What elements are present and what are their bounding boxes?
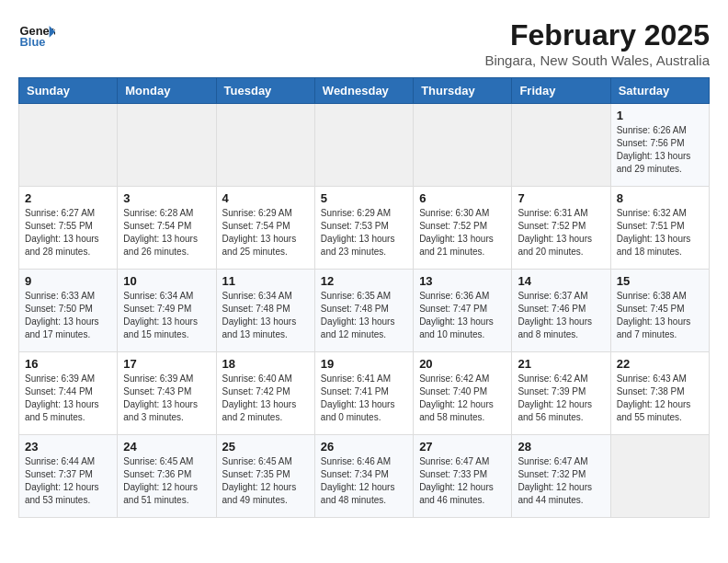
calendar-cell: 15Sunrise: 6:38 AM Sunset: 7:45 PM Dayli… xyxy=(610,270,709,352)
logo: General Blue xyxy=(18,18,55,55)
day-number: 16 xyxy=(25,357,111,371)
day-number: 13 xyxy=(419,274,506,288)
day-number: 12 xyxy=(321,274,407,288)
day-number: 10 xyxy=(123,274,210,288)
day-number: 7 xyxy=(518,191,604,205)
calendar-cell: 9Sunrise: 6:33 AM Sunset: 7:50 PM Daylig… xyxy=(19,270,118,352)
location-subtitle: Bingara, New South Wales, Australia xyxy=(484,52,710,68)
day-number: 15 xyxy=(617,274,703,288)
calendar-week-row: 9Sunrise: 6:33 AM Sunset: 7:50 PM Daylig… xyxy=(19,270,710,352)
day-info: Sunrise: 6:42 AM Sunset: 7:40 PM Dayligh… xyxy=(419,373,506,424)
svg-text:Blue: Blue xyxy=(20,35,46,49)
calendar-cell: 28Sunrise: 6:47 AM Sunset: 7:32 PM Dayli… xyxy=(512,435,610,518)
day-info: Sunrise: 6:42 AM Sunset: 7:39 PM Dayligh… xyxy=(518,373,604,424)
day-info: Sunrise: 6:35 AM Sunset: 7:48 PM Dayligh… xyxy=(321,290,407,341)
day-info: Sunrise: 6:27 AM Sunset: 7:55 PM Dayligh… xyxy=(25,207,111,259)
day-info: Sunrise: 6:37 AM Sunset: 7:46 PM Dayligh… xyxy=(518,290,604,341)
calendar-table: SundayMondayTuesdayWednesdayThursdayFrid… xyxy=(18,77,710,518)
day-number: 20 xyxy=(419,357,506,371)
calendar-cell: 5Sunrise: 6:29 AM Sunset: 7:53 PM Daylig… xyxy=(314,187,413,270)
weekday-header-saturday: Saturday xyxy=(610,78,709,104)
day-info: Sunrise: 6:34 AM Sunset: 7:48 PM Dayligh… xyxy=(222,290,309,341)
day-number: 8 xyxy=(617,191,703,205)
day-number: 22 xyxy=(617,357,703,371)
day-number: 18 xyxy=(222,357,309,371)
calendar-cell xyxy=(216,104,314,187)
day-number: 4 xyxy=(222,191,309,205)
day-number: 6 xyxy=(419,191,506,205)
day-info: Sunrise: 6:43 AM Sunset: 7:38 PM Dayligh… xyxy=(617,373,703,424)
calendar-cell: 11Sunrise: 6:34 AM Sunset: 7:48 PM Dayli… xyxy=(216,270,314,352)
day-number: 26 xyxy=(321,440,407,454)
calendar-cell: 12Sunrise: 6:35 AM Sunset: 7:48 PM Dayli… xyxy=(314,270,413,352)
calendar-cell: 23Sunrise: 6:44 AM Sunset: 7:37 PM Dayli… xyxy=(19,435,118,518)
calendar-cell xyxy=(610,435,709,518)
day-info: Sunrise: 6:41 AM Sunset: 7:41 PM Dayligh… xyxy=(321,373,407,424)
day-number: 2 xyxy=(25,191,111,205)
calendar-cell: 27Sunrise: 6:47 AM Sunset: 7:33 PM Dayli… xyxy=(414,435,512,518)
logo-icon: General Blue xyxy=(18,18,55,55)
day-number: 17 xyxy=(123,357,210,371)
calendar-cell xyxy=(512,104,610,187)
calendar-cell: 22Sunrise: 6:43 AM Sunset: 7:38 PM Dayli… xyxy=(610,352,709,435)
calendar-cell: 8Sunrise: 6:32 AM Sunset: 7:51 PM Daylig… xyxy=(610,187,709,270)
weekday-header-monday: Monday xyxy=(118,78,216,104)
day-info: Sunrise: 6:28 AM Sunset: 7:54 PM Dayligh… xyxy=(123,207,210,259)
calendar-cell: 24Sunrise: 6:45 AM Sunset: 7:36 PM Dayli… xyxy=(118,435,216,518)
day-info: Sunrise: 6:47 AM Sunset: 7:32 PM Dayligh… xyxy=(518,455,604,507)
calendar-week-row: 23Sunrise: 6:44 AM Sunset: 7:37 PM Dayli… xyxy=(19,435,710,518)
weekday-header-friday: Friday xyxy=(512,78,610,104)
day-number: 9 xyxy=(25,274,111,288)
day-info: Sunrise: 6:26 AM Sunset: 7:56 PM Dayligh… xyxy=(617,124,703,176)
day-number: 23 xyxy=(25,440,111,454)
calendar-cell: 16Sunrise: 6:39 AM Sunset: 7:44 PM Dayli… xyxy=(19,352,118,435)
page-header: General Blue February 2025 Bingara, New … xyxy=(18,18,710,68)
day-number: 27 xyxy=(419,440,506,454)
calendar-cell: 14Sunrise: 6:37 AM Sunset: 7:46 PM Dayli… xyxy=(512,270,610,352)
calendar-week-row: 1Sunrise: 6:26 AM Sunset: 7:56 PM Daylig… xyxy=(19,104,710,187)
calendar-cell: 4Sunrise: 6:29 AM Sunset: 7:54 PM Daylig… xyxy=(216,187,314,270)
weekday-header-sunday: Sunday xyxy=(19,78,118,104)
day-number: 21 xyxy=(518,357,604,371)
calendar-week-row: 16Sunrise: 6:39 AM Sunset: 7:44 PM Dayli… xyxy=(19,352,710,435)
day-number: 5 xyxy=(321,191,407,205)
day-number: 28 xyxy=(518,440,604,454)
calendar-week-row: 2Sunrise: 6:27 AM Sunset: 7:55 PM Daylig… xyxy=(19,187,710,270)
day-info: Sunrise: 6:31 AM Sunset: 7:52 PM Dayligh… xyxy=(518,207,604,259)
calendar-cell: 13Sunrise: 6:36 AM Sunset: 7:47 PM Dayli… xyxy=(414,270,512,352)
calendar-cell xyxy=(118,104,216,187)
day-number: 1 xyxy=(617,109,703,122)
calendar-cell: 1Sunrise: 6:26 AM Sunset: 7:56 PM Daylig… xyxy=(610,104,709,187)
calendar-cell: 19Sunrise: 6:41 AM Sunset: 7:41 PM Dayli… xyxy=(314,352,413,435)
calendar-cell: 20Sunrise: 6:42 AM Sunset: 7:40 PM Dayli… xyxy=(414,352,512,435)
calendar-cell: 6Sunrise: 6:30 AM Sunset: 7:52 PM Daylig… xyxy=(414,187,512,270)
calendar-cell: 21Sunrise: 6:42 AM Sunset: 7:39 PM Dayli… xyxy=(512,352,610,435)
calendar-cell: 7Sunrise: 6:31 AM Sunset: 7:52 PM Daylig… xyxy=(512,187,610,270)
day-info: Sunrise: 6:34 AM Sunset: 7:49 PM Dayligh… xyxy=(123,290,210,341)
calendar-cell: 10Sunrise: 6:34 AM Sunset: 7:49 PM Dayli… xyxy=(118,270,216,352)
day-info: Sunrise: 6:44 AM Sunset: 7:37 PM Dayligh… xyxy=(25,455,111,507)
calendar-cell: 25Sunrise: 6:45 AM Sunset: 7:35 PM Dayli… xyxy=(216,435,314,518)
day-info: Sunrise: 6:33 AM Sunset: 7:50 PM Dayligh… xyxy=(25,290,111,341)
day-info: Sunrise: 6:36 AM Sunset: 7:47 PM Dayligh… xyxy=(419,290,506,341)
calendar-cell: 18Sunrise: 6:40 AM Sunset: 7:42 PM Dayli… xyxy=(216,352,314,435)
calendar-cell: 26Sunrise: 6:46 AM Sunset: 7:34 PM Dayli… xyxy=(314,435,413,518)
weekday-header-thursday: Thursday xyxy=(414,78,512,104)
calendar-cell xyxy=(314,104,413,187)
day-info: Sunrise: 6:30 AM Sunset: 7:52 PM Dayligh… xyxy=(419,207,506,259)
calendar-cell: 17Sunrise: 6:39 AM Sunset: 7:43 PM Dayli… xyxy=(118,352,216,435)
weekday-header-tuesday: Tuesday xyxy=(216,78,314,104)
day-info: Sunrise: 6:46 AM Sunset: 7:34 PM Dayligh… xyxy=(321,455,407,507)
day-info: Sunrise: 6:29 AM Sunset: 7:54 PM Dayligh… xyxy=(222,207,309,259)
day-number: 3 xyxy=(123,191,210,205)
calendar-cell xyxy=(19,104,118,187)
day-info: Sunrise: 6:29 AM Sunset: 7:53 PM Dayligh… xyxy=(321,207,407,259)
day-info: Sunrise: 6:39 AM Sunset: 7:43 PM Dayligh… xyxy=(123,373,210,424)
day-number: 25 xyxy=(222,440,309,454)
day-info: Sunrise: 6:32 AM Sunset: 7:51 PM Dayligh… xyxy=(617,207,703,259)
day-number: 19 xyxy=(321,357,407,371)
day-info: Sunrise: 6:47 AM Sunset: 7:33 PM Dayligh… xyxy=(419,455,506,507)
month-year-title: February 2025 xyxy=(484,18,710,52)
weekday-header-wednesday: Wednesday xyxy=(314,78,413,104)
day-info: Sunrise: 6:45 AM Sunset: 7:35 PM Dayligh… xyxy=(222,455,309,507)
